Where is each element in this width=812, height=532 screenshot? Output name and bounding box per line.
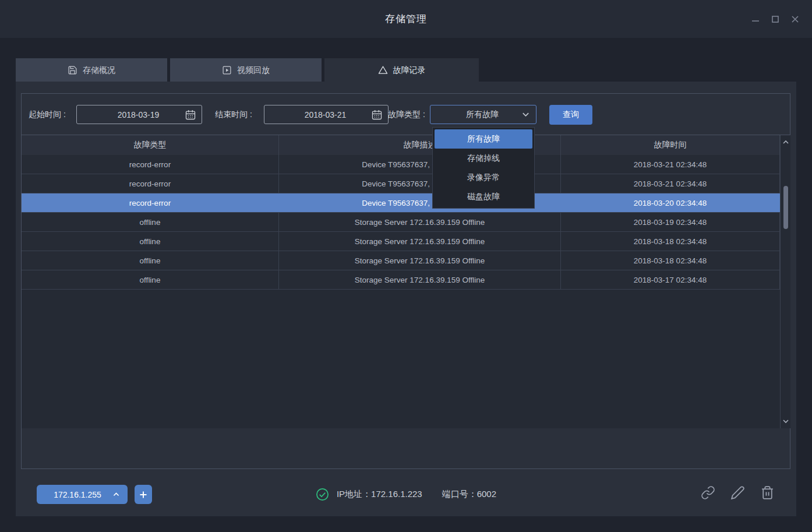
dropdown-option[interactable]: 所有故障 <box>435 129 532 149</box>
dropdown-option[interactable]: 存储掉线 <box>435 149 532 168</box>
minimize-icon <box>751 15 760 24</box>
scrollbar-thumb[interactable] <box>783 186 788 229</box>
column-header-fault-type: 故障类型 <box>22 135 279 155</box>
chevron-up-icon <box>783 140 789 145</box>
trash-icon <box>760 485 775 500</box>
edit-button[interactable] <box>730 485 745 500</box>
window-controls <box>750 0 800 38</box>
table-row[interactable]: record-errorDevice T95637637, Channel 2,… <box>22 174 780 193</box>
end-date-value: 2018-03-21 <box>264 110 371 119</box>
fault-time-cell: 2018-03-21 02:34:48 <box>561 174 780 193</box>
end-time-label: 结束时间 : <box>215 94 252 135</box>
fault-description-cell: Storage Server 172.16.39.159 Offline <box>279 232 561 251</box>
dropdown-option[interactable]: 录像异常 <box>435 168 532 187</box>
storage-management-window: 存储管理 存储概况 视频回放 故障记录 <box>0 0 812 532</box>
footer-bar: 172.16.1.255 IP地址：172.16.1.223 端口号：6002 <box>16 469 796 516</box>
fault-type-cell: offline <box>22 270 279 289</box>
filter-table-container: 起始时间 : 2018-03-19 结束时间 : 2018-03-21 <box>21 93 790 469</box>
tab-video-playback[interactable]: 视频回放 <box>170 58 322 82</box>
warning-triangle-icon <box>378 65 388 75</box>
tab-label: 故障记录 <box>393 65 426 76</box>
check-circle-icon <box>316 488 329 501</box>
playback-icon <box>222 65 232 75</box>
table-row[interactable]: offlineStorage Server 172.16.39.159 Offl… <box>22 213 780 232</box>
tab-label: 存储概况 <box>83 65 115 76</box>
scroll-up-button[interactable] <box>781 138 791 147</box>
close-icon <box>790 15 800 24</box>
dropdown-option[interactable]: 磁盘故障 <box>435 187 532 206</box>
table-row[interactable]: offlineStorage Server 172.16.39.159 Offl… <box>22 251 780 270</box>
table-row[interactable]: offlineStorage Server 172.16.39.159 Offl… <box>22 232 780 251</box>
delete-button[interactable] <box>760 485 775 500</box>
link-icon <box>701 485 715 500</box>
pencil-icon <box>730 485 745 500</box>
fault-records-panel: 起始时间 : 2018-03-19 结束时间 : 2018-03-21 <box>16 82 796 516</box>
table-scrollbar[interactable] <box>780 135 790 428</box>
tab-label: 视频回放 <box>237 65 270 76</box>
fault-type-selected-value: 所有故障 <box>430 110 521 120</box>
table-row[interactable]: record-errorDevice T95637637, Channel 2,… <box>22 193 780 213</box>
table-body: record-errorDevice T95637637, Channel 2,… <box>22 155 780 290</box>
table-row[interactable]: offlineStorage Server 172.16.39.159 Offl… <box>22 270 780 290</box>
filter-bar: 起始时间 : 2018-03-19 结束时间 : 2018-03-21 <box>22 94 790 135</box>
table-header: 故障类型 故障描述 故障时间 <box>22 135 790 155</box>
window-title: 存储管理 <box>0 0 812 38</box>
start-date-value: 2018-03-19 <box>77 110 185 119</box>
fault-time-cell: 2018-03-21 02:34:48 <box>561 155 780 174</box>
fault-type-select[interactable]: 所有故障 <box>430 105 536 124</box>
fault-type-cell: record-error <box>22 193 279 212</box>
status-ip-text: IP地址：172.16.1.223 <box>337 489 422 500</box>
query-button[interactable]: 查询 <box>549 105 592 125</box>
chevron-down-icon <box>783 419 789 424</box>
fault-type-cell: record-error <box>22 174 279 193</box>
maximize-icon <box>771 15 780 24</box>
fault-type-label: 故障类型 : <box>388 94 425 135</box>
save-icon <box>68 65 77 75</box>
fault-type-cell: record-error <box>22 155 279 174</box>
fault-type-cell: offline <box>22 232 279 251</box>
fault-time-cell: 2018-03-18 02:34:48 <box>561 251 780 270</box>
close-button[interactable] <box>790 14 800 24</box>
fault-description-cell: Storage Server 172.16.39.159 Offline <box>279 251 561 270</box>
start-date-input[interactable]: 2018-03-19 <box>76 105 202 124</box>
connection-status: IP地址：172.16.1.223 端口号：6002 <box>16 485 796 504</box>
titlebar: 存储管理 <box>0 0 812 38</box>
maximize-button[interactable] <box>770 14 781 24</box>
scroll-down-button[interactable] <box>781 417 791 426</box>
fault-time-cell: 2018-03-19 02:34:48 <box>561 213 780 231</box>
fault-type-dropdown-list: 所有故障存储掉线录像异常磁盘故障 <box>432 127 535 209</box>
calendar-icon[interactable] <box>185 109 196 121</box>
fault-type-cell: offline <box>22 213 279 231</box>
column-header-fault-time: 故障时间 <box>561 135 780 155</box>
calendar-icon[interactable] <box>371 109 383 121</box>
end-date-input[interactable]: 2018-03-21 <box>264 105 389 124</box>
start-time-label: 起始时间 : <box>29 94 66 135</box>
fault-time-cell: 2018-03-20 02:34:48 <box>561 193 780 212</box>
fault-description-cell: Storage Server 172.16.39.159 Offline <box>279 213 561 231</box>
table-row[interactable]: record-errorDevice T95637637, Channel 2,… <box>22 155 780 174</box>
connect-button[interactable] <box>701 485 715 500</box>
status-port-text: 端口号：6002 <box>442 489 496 500</box>
fault-time-cell: 2018-03-18 02:34:48 <box>561 232 780 251</box>
footer-tools <box>701 485 775 500</box>
fault-time-cell: 2018-03-17 02:34:48 <box>561 270 780 289</box>
chevron-down-icon <box>521 110 530 119</box>
fault-description-cell: Storage Server 172.16.39.159 Offline <box>279 270 561 289</box>
table-empty-area <box>22 290 780 428</box>
minimize-button[interactable] <box>750 14 761 24</box>
tab-storage-overview[interactable]: 存储概况 <box>16 58 167 82</box>
tab-fault-records[interactable]: 故障记录 <box>324 58 479 82</box>
fault-type-cell: offline <box>22 251 279 270</box>
